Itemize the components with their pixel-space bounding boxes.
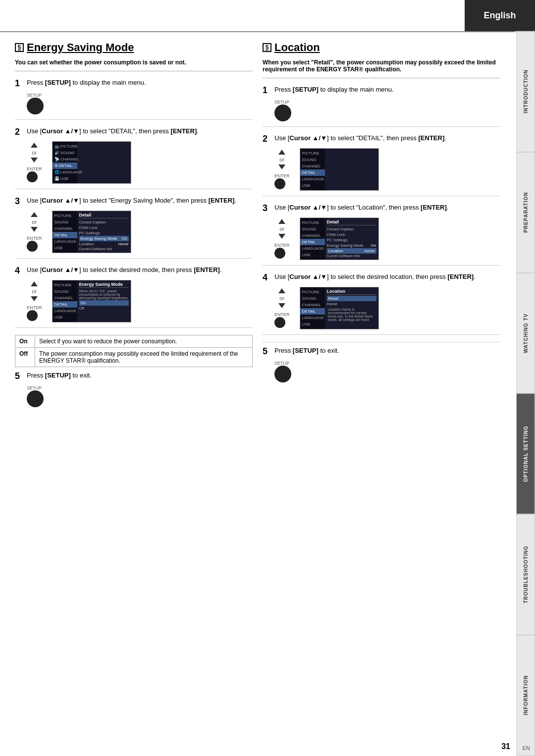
menu-screenshot-location-step3: PICTURE SOUND CHANNEL DETAIL LANGUAGE US… bbox=[300, 217, 379, 260]
location-step-3-header: 3 Use [Cursor ▲/▼] to select "Location",… bbox=[263, 203, 500, 214]
setup-btn-icon bbox=[27, 98, 44, 114]
sidebar-sound: SOUND bbox=[300, 157, 325, 163]
main-content: 5 Energy Saving Mode You can set whether… bbox=[0, 31, 515, 417]
step-3-illustration: or ENTER PICTURE SOUND CHANNEL bbox=[274, 217, 500, 260]
on-option: On bbox=[79, 300, 129, 306]
enter-btn-wrap: ENTER bbox=[27, 305, 42, 321]
tab-optional-setting[interactable]: OPTIONAL SETTING bbox=[516, 393, 535, 514]
cursor-buttons: or ENTER bbox=[274, 219, 290, 259]
sidebar-usb: USB bbox=[300, 182, 325, 189]
arrow-down-icon bbox=[278, 303, 285, 308]
tab-introduction[interactable]: INTRODUCTION bbox=[516, 31, 535, 152]
sidebar-picture: PICTURE bbox=[300, 150, 325, 157]
setup-btn-icon bbox=[27, 390, 44, 407]
menu-sidebar: PICTURE SOUND CHANNEL DETAIL LANGUAGE US… bbox=[300, 218, 325, 260]
setup-btn-icon bbox=[274, 105, 291, 121]
sidebar-usb: USB bbox=[300, 321, 325, 327]
on-key: On bbox=[15, 335, 35, 348]
sidebar-picture: 📺 PICTURE bbox=[53, 143, 77, 150]
energy-step-4: 4 Use [Cursor ▲/▼] to select the desired… bbox=[15, 266, 253, 328]
sidebar-picture: PICTURE bbox=[53, 213, 77, 219]
side-tabs-container: INTRODUCTION PREPARATION WATCHING TV OPT… bbox=[516, 31, 535, 756]
language-label: English bbox=[483, 10, 516, 21]
location-step-2: 2 Use [Cursor ▲/▼] to select "DETAIL", t… bbox=[263, 134, 500, 196]
sidebar-channel: CHANNEL bbox=[53, 295, 77, 301]
step-4-illustration: or ENTER PICTURE SOUND CHANNEL bbox=[27, 280, 253, 323]
sidebar-sound: SOUND bbox=[53, 288, 77, 295]
step-text: Use [Cursor ▲/▼] to select the desired l… bbox=[274, 272, 476, 281]
step-5-divider: 5 Press [SETUP] to exit. SETUP bbox=[263, 342, 500, 382]
energy-saving-desc: You can set whether the power consumptio… bbox=[15, 59, 253, 71]
energy-step-1: 1 Press [SETUP] to display the main menu… bbox=[15, 78, 253, 120]
location-step-4-header: 4 Use [Cursor ▲/▼] to select the desired… bbox=[263, 272, 500, 283]
tab-watching-tv[interactable]: WATCHING TV bbox=[516, 273, 535, 394]
closed-caption: Closed Caption bbox=[327, 226, 376, 232]
enter-btn-wrap: ENTER bbox=[274, 173, 290, 189]
menu-sidebar: PICTURE SOUND CHANNEL DETAIL LANGUAGE US… bbox=[300, 149, 325, 190]
menu-sidebar: PICTURE SOUND CHANNEL DETAIL LANGUAGE US… bbox=[53, 211, 77, 253]
step-text: Use [Cursor ▲/▼] to select "Location", t… bbox=[274, 203, 448, 212]
sidebar-picture: PICTURE bbox=[300, 219, 325, 226]
step-text: Use [Cursor ▲/▼] to select the desired m… bbox=[27, 266, 222, 274]
location-submenu-title: Location bbox=[327, 289, 376, 295]
sidebar-picture: PICTURE bbox=[300, 289, 325, 295]
step-number: 5 bbox=[263, 346, 270, 357]
arrow-up-icon bbox=[278, 150, 285, 155]
arrow-up-icon bbox=[278, 288, 285, 293]
step-number: 4 bbox=[15, 266, 23, 276]
off-desc: The power consumption may possibly excee… bbox=[35, 348, 253, 367]
arrow-up-icon bbox=[278, 219, 285, 224]
tab-preparation[interactable]: PREPARATION bbox=[516, 152, 535, 273]
arrow-down-icon bbox=[278, 234, 285, 239]
pc-settings: PC Settings bbox=[79, 230, 129, 236]
step-number: 4 bbox=[263, 272, 270, 283]
sidebar-detail: DETAIL bbox=[53, 301, 77, 308]
off-key: Off bbox=[15, 348, 35, 367]
options-table: On Select if you want to reduce the powe… bbox=[15, 335, 253, 367]
tab-troubleshooting[interactable]: TROUBLESHOOTING bbox=[516, 514, 535, 635]
language-bar: English bbox=[465, 0, 535, 31]
arrow-down-icon bbox=[31, 158, 38, 162]
enter-btn-wrap: ENTER bbox=[274, 312, 290, 328]
location-desc-text: Location Home is recommended for normal … bbox=[327, 307, 376, 323]
energy-step-3: 3 Use [Cursor ▲/▼] to select "Energy Sav… bbox=[15, 196, 253, 259]
child-lock: Child Lock bbox=[327, 232, 376, 237]
step-number: 2 bbox=[263, 134, 270, 144]
step-text: Use [Cursor ▲/▼] to select "DETAIL", the… bbox=[27, 127, 199, 136]
location-step-5-header: 5 Press [SETUP] to exit. bbox=[263, 346, 500, 357]
enter-btn-icon bbox=[274, 178, 285, 189]
sidebar-usb: USB bbox=[300, 252, 325, 258]
sidebar-language: LANGUAGE bbox=[300, 245, 325, 252]
location-heading: 5 Location bbox=[263, 41, 500, 54]
energy-step-4-header: 4 Use [Cursor ▲/▼] to select the desired… bbox=[15, 266, 253, 276]
energy-step-5-header: 5 Press [SETUP] to exit. bbox=[15, 371, 253, 381]
step-number: 1 bbox=[15, 78, 23, 89]
cursor-buttons: or ENTER bbox=[27, 143, 42, 182]
location-step-2-header: 2 Use [Cursor ▲/▼] to select "DETAIL", t… bbox=[263, 134, 500, 144]
sidebar-channel: CHANNEL bbox=[300, 232, 325, 239]
sidebar-language: LANGUAGE bbox=[300, 315, 325, 321]
sidebar-language: LANGUAGE bbox=[300, 176, 325, 182]
sidebar-language: LANGUAGE bbox=[53, 238, 77, 245]
step-number: 5 bbox=[15, 371, 23, 381]
detail-menu: Detail Closed Caption Child Lock PC Sett… bbox=[77, 211, 131, 253]
two-column-layout: 5 Energy Saving Mode You can set whether… bbox=[15, 41, 500, 407]
menu-screenshot-location-step4: PICTURE SOUND CHANNEL DETAIL LANGUAGE US… bbox=[300, 287, 379, 329]
step-text: Use [Cursor ▲/▼] to select "Energy Savin… bbox=[27, 196, 236, 205]
location-step-1-header: 1 Press [SETUP] to display the main menu… bbox=[263, 85, 500, 96]
location-step-1: 1 Press [SETUP] to display the main menu… bbox=[263, 85, 500, 127]
step-number: 3 bbox=[15, 196, 23, 207]
energy-saving-section: 5 Energy Saving Mode You can set whether… bbox=[15, 41, 253, 407]
location-desc: When you select "Retail", the power cons… bbox=[263, 59, 500, 78]
sidebar-detail: DETAIL bbox=[53, 232, 77, 238]
tab-information[interactable]: INFORMATION bbox=[516, 635, 535, 756]
energy-step-2-header: 2 Use [Cursor ▲/▼] to select "DETAIL", t… bbox=[15, 127, 253, 137]
arrow-down-icon bbox=[31, 227, 38, 232]
menu-screenshot-step4: PICTURE SOUND CHANNEL DETAIL LANGUAGE US… bbox=[52, 280, 131, 323]
sidebar-detail: DETAIL bbox=[300, 239, 325, 245]
energy-step-5: 5 Press [SETUP] to exit. SETUP bbox=[15, 371, 253, 407]
step-text: Press [SETUP] to display the main menu. bbox=[27, 78, 146, 87]
enter-btn-wrap: ENTER bbox=[27, 236, 42, 252]
menu-screenshot-step2: 📺 PICTURE 🔊 SOUND 📡 CHANNEL ⚙ DETAIL 🌐 L… bbox=[52, 141, 131, 184]
arrow-down-icon bbox=[31, 296, 38, 301]
